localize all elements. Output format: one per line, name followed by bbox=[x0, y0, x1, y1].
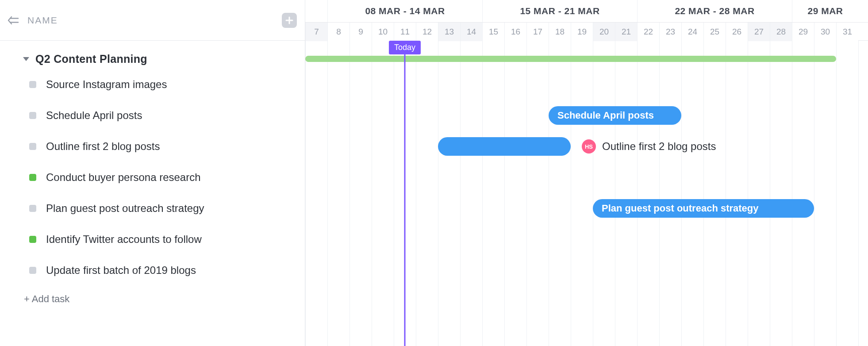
gantt-bar-meta-label: Outline first 2 blog posts bbox=[602, 140, 716, 153]
task-row[interactable]: Outline first 2 blog posts bbox=[0, 131, 305, 162]
task-label: Conduct buyer persona research bbox=[46, 171, 201, 184]
task-row[interactable]: Conduct buyer persona research bbox=[0, 162, 305, 193]
day-header: 12 bbox=[416, 23, 438, 41]
day-header: 24 bbox=[681, 23, 703, 41]
day-header: 13 bbox=[438, 23, 460, 41]
task-label: Plan guest post outreach strategy bbox=[46, 202, 204, 215]
day-header: 10 bbox=[372, 23, 394, 41]
gantt-bar[interactable]: Plan guest post outreach strategy bbox=[593, 199, 814, 218]
gantt-bar[interactable] bbox=[438, 137, 571, 156]
status-dot bbox=[29, 236, 36, 243]
task-label: Update first batch of 2019 blogs bbox=[46, 264, 196, 277]
gantt-bar-meta[interactable]: HSOutline first 2 blog posts bbox=[582, 137, 716, 156]
group-title: Q2 Content Planning bbox=[35, 53, 147, 65]
day-header: 19 bbox=[571, 23, 593, 41]
status-dot bbox=[29, 143, 36, 150]
task-row[interactable]: Plan guest post outreach strategy bbox=[0, 193, 305, 224]
today-badge: Today bbox=[389, 41, 421, 54]
group-bar[interactable] bbox=[305, 56, 836, 62]
task-row[interactable]: Source Instagram images bbox=[0, 69, 305, 100]
day-header: 20 bbox=[593, 23, 615, 41]
gantt-bar-label: Plan guest post outreach strategy bbox=[602, 203, 759, 214]
day-header: 15 bbox=[482, 23, 504, 41]
day-header: 26 bbox=[726, 23, 748, 41]
task-row[interactable]: Update first batch of 2019 blogs bbox=[0, 255, 305, 286]
status-dot bbox=[29, 112, 36, 119]
back-icon[interactable] bbox=[7, 14, 19, 27]
day-header: 27 bbox=[748, 23, 770, 41]
day-header: 18 bbox=[549, 23, 571, 41]
day-header: 11 bbox=[394, 23, 416, 41]
day-header: 23 bbox=[659, 23, 681, 41]
gantt-bar[interactable]: Schedule April posts bbox=[549, 106, 681, 125]
assignee-avatar: HS bbox=[582, 139, 596, 154]
day-header: 29 bbox=[792, 23, 814, 41]
today-line bbox=[404, 41, 406, 346]
add-button[interactable] bbox=[282, 13, 297, 28]
task-label: Identify Twitter accounts to follow bbox=[46, 233, 202, 246]
day-header: 31 bbox=[836, 23, 858, 41]
task-row[interactable]: Identify Twitter accounts to follow bbox=[0, 224, 305, 255]
day-header: 14 bbox=[460, 23, 482, 41]
column-header-name: NAME bbox=[27, 15, 58, 26]
task-label: Source Instagram images bbox=[46, 78, 167, 91]
day-header: 8 bbox=[327, 23, 350, 41]
day-header: 21 bbox=[615, 23, 637, 41]
week-header: 08 MAR - 14 MAR bbox=[327, 0, 482, 22]
week-header: 22 MAR - 28 MAR bbox=[637, 0, 792, 22]
day-header: 17 bbox=[526, 23, 549, 41]
day-header: 30 bbox=[814, 23, 836, 41]
day-header: 7 bbox=[305, 23, 327, 41]
week-header: 29 MAR bbox=[792, 0, 858, 22]
day-header: 16 bbox=[504, 23, 526, 41]
add-task-button[interactable]: + Add task bbox=[0, 286, 305, 312]
week-header: 15 MAR - 21 MAR bbox=[482, 0, 637, 22]
day-header: 9 bbox=[350, 23, 372, 41]
task-group[interactable]: Q2 Content Planning bbox=[0, 49, 305, 69]
status-dot bbox=[29, 267, 36, 274]
task-row[interactable]: Schedule April posts bbox=[0, 100, 305, 131]
status-dot bbox=[29, 174, 36, 181]
day-header: 25 bbox=[703, 23, 726, 41]
caret-down-icon bbox=[23, 57, 29, 61]
task-label: Schedule April posts bbox=[46, 109, 142, 122]
task-label: Outline first 2 blog posts bbox=[46, 140, 160, 153]
status-dot bbox=[29, 81, 36, 88]
gantt-bar-label: Schedule April posts bbox=[557, 110, 654, 121]
day-header: 22 bbox=[637, 23, 659, 41]
day-header: 28 bbox=[770, 23, 792, 41]
status-dot bbox=[29, 205, 36, 212]
